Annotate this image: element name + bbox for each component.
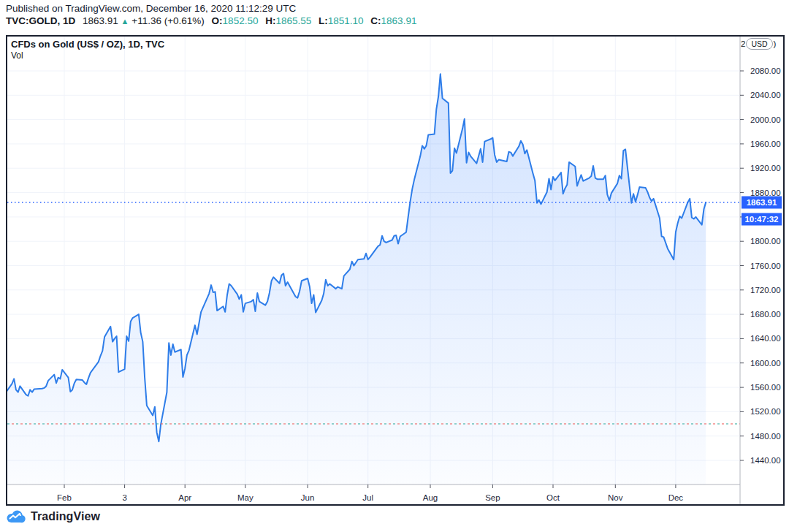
up-triangle-icon: ▲ <box>121 17 129 26</box>
price-tick-label: 1480.00 <box>750 432 781 441</box>
price-change: +11.36 (+0.61%) <box>132 15 205 26</box>
symbol-status-line: TVC:GOLD, 1D 1863.91 ▲ +11.36 (+0.61%) O… <box>6 15 416 28</box>
price-series <box>6 74 740 484</box>
price-scale-currency-overlay: 2 USD ) <box>741 37 776 50</box>
currency-toggle-button[interactable]: USD <box>746 38 772 50</box>
time-tick-label: Jun <box>301 493 315 502</box>
area-fill <box>6 74 706 484</box>
low-value: 1851.10 <box>328 15 364 26</box>
price-tick-label: 1600.00 <box>750 359 781 368</box>
high-value: 1865.55 <box>275 15 311 26</box>
low-label: L: <box>319 15 328 26</box>
price-tick-label: 2040.00 <box>750 91 781 99</box>
overlay-suffix: ) <box>774 39 777 48</box>
tradingview-logo-text: TradingView <box>31 510 100 523</box>
price-tick-label: 1680.00 <box>750 310 781 319</box>
gold-area-chart[interactable]: 2080.002040.002000.001960.001920.001880.… <box>6 35 785 506</box>
clipped-axis-tick: 2 <box>741 39 745 48</box>
symbol-interval: TVC:GOLD, 1D <box>6 15 75 26</box>
price-tick-label: 1800.00 <box>750 237 781 246</box>
price-tick-label: 1560.00 <box>750 383 781 392</box>
open-value: 1852.50 <box>223 15 259 26</box>
time-tick-label: Dec <box>668 493 684 502</box>
time-tick-label: Apr <box>178 493 191 502</box>
last-price: 1863.91 <box>83 15 118 26</box>
current-price-badge: 1863.91 <box>742 197 782 209</box>
tradingview-logo[interactable]: TradingView <box>7 510 100 523</box>
price-tick-label: 1880.00 <box>750 189 781 197</box>
price-tick-label: 2080.00 <box>750 66 781 75</box>
svg-text:10:47:32: 10:47:32 <box>744 215 778 224</box>
time-tick-label: Aug <box>423 493 438 502</box>
published-line: Published on TradingView.com, December 1… <box>6 2 416 15</box>
close-label: C: <box>370 15 381 26</box>
price-tick-label: 1720.00 <box>750 286 781 294</box>
open-label: O: <box>212 15 223 26</box>
countdown-badge: 10:47:32 <box>742 213 782 226</box>
time-tick-label: Feb <box>57 493 72 502</box>
time-tick-label: Jul <box>362 493 373 502</box>
price-tick-label: 1920.00 <box>750 164 781 172</box>
svg-text:1863.91: 1863.91 <box>747 198 777 207</box>
chart-header: Published on TradingView.com, December 1… <box>6 2 416 28</box>
price-tick-label: 1440.00 <box>750 456 781 465</box>
price-tick-label: 1640.00 <box>750 334 781 343</box>
time-tick-label: 3 <box>122 493 126 502</box>
time-tick-label: Sep <box>485 493 500 502</box>
price-tick-label: 1520.00 <box>750 407 781 416</box>
time-tick-label: Nov <box>608 493 623 502</box>
price-tick-label: 1760.00 <box>750 262 781 270</box>
tradingview-cloud-icon <box>7 510 26 523</box>
time-tick-label: May <box>237 493 254 502</box>
time-tick-label: Oct <box>546 493 560 502</box>
price-tick-label: 1960.00 <box>750 140 781 148</box>
price-chart[interactable]: 2080.002040.002000.001960.001920.001880.… <box>6 35 785 506</box>
high-label: H: <box>265 15 275 26</box>
price-tick-label: 2000.00 <box>750 115 781 124</box>
close-value: 1863.91 <box>381 15 417 26</box>
